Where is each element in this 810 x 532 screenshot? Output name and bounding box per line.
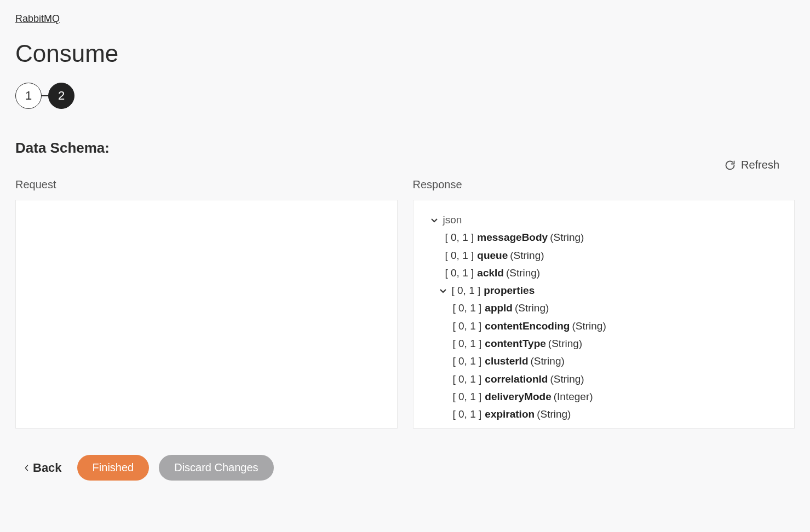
step-connector [42,95,48,96]
request-label: Request [15,178,398,191]
tree-field[interactable]: [ 0, 1 ] appId (String) [422,299,786,317]
step-2[interactable]: 2 [48,83,74,109]
tree-root-json[interactable]: json [422,211,786,229]
tree-field[interactable]: [ 0, 1 ] messageBody (String) [422,229,786,246]
discard-changes-button[interactable]: Discard Changes [159,455,273,481]
tree-field[interactable]: [ 0, 1 ] queue (String) [422,247,786,264]
chevron-down-icon [430,216,439,224]
chevron-left-icon [24,464,30,472]
chevron-down-icon [439,286,447,295]
section-title: Data Schema: [15,140,795,157]
finished-button[interactable]: Finished [77,455,150,481]
refresh-label: Refresh [741,159,779,171]
breadcrumb-link[interactable]: RabbitMQ [15,13,60,25]
step-1[interactable]: 1 [15,83,42,109]
tree-node-properties[interactable]: [ 0, 1 ] properties [422,282,786,299]
tree-field[interactable]: [ 0, 1 ] deliveryMode (Integer) [422,388,786,406]
tree-field[interactable]: [ 0, 1 ] ackId (String) [422,264,786,282]
step-indicator: 1 2 [15,83,795,109]
page-title: Consume [15,40,795,67]
refresh-icon [725,160,736,171]
request-panel [15,200,398,429]
tree-root-label: json [443,211,462,229]
response-label: Response [413,178,795,191]
tree-field[interactable]: [ 0, 1 ] contentType (String) [422,335,786,352]
tree-field[interactable]: [ 0, 1 ] expiration (String) [422,406,786,423]
tree-field[interactable]: [ 0, 1 ] correlationId (String) [422,371,786,388]
back-label: Back [33,461,62,475]
tree-field[interactable]: [ 0, 1 ] clusterId (String) [422,352,786,370]
back-button[interactable]: Back [19,456,67,479]
refresh-button[interactable]: Refresh [725,159,779,171]
tree-field[interactable]: [ 0, 1 ] contentEncoding (String) [422,317,786,335]
response-panel: json [ 0, 1 ] messageBody (String) [ 0, … [413,200,795,429]
